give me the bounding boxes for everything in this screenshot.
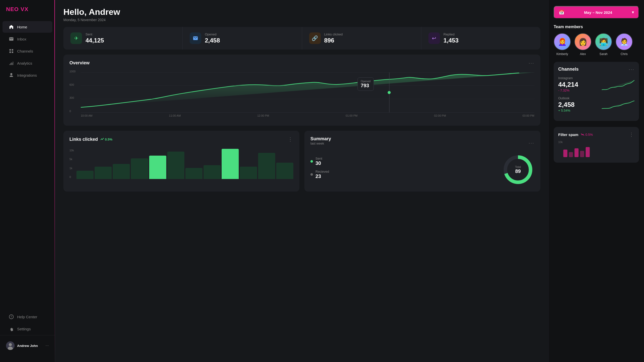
- donut-chart: Total 89: [502, 153, 534, 186]
- logo-vx: VX: [21, 6, 28, 12]
- sidebar-item-settings[interactable]: Settings: [3, 323, 52, 335]
- chevron-down-icon: ▾: [632, 10, 634, 15]
- summary-title: Summary: [310, 136, 331, 142]
- outlook-row: Outlook 2,458 + 5.54%: [558, 96, 634, 112]
- svg-text:?: ?: [11, 315, 12, 318]
- sent-info: Sent 44,125: [86, 32, 104, 44]
- replied-info: Replied 1,453: [444, 32, 459, 44]
- summary-received: Recieved 23: [310, 170, 497, 179]
- inbox-label: Inbox: [17, 37, 26, 41]
- opened-info: Opened 2,458: [205, 32, 220, 44]
- team-section-title: Team members: [554, 25, 639, 29]
- sidebar-item-integrations[interactable]: Integrations: [3, 69, 52, 81]
- user-menu-dots[interactable]: ···: [46, 343, 49, 348]
- svg-rect-12: [569, 152, 573, 157]
- date-range-button[interactable]: 📅 May – Nov 2024 ▾: [554, 6, 639, 19]
- bar-item: [95, 167, 112, 179]
- user-section: Andrew John ···: [0, 335, 55, 356]
- member-alex[interactable]: 👩 Alex: [574, 33, 591, 56]
- chart-svg: [81, 72, 534, 112]
- help-icon: ?: [9, 314, 14, 320]
- channels-label: Channels: [17, 49, 33, 53]
- date-range-label: May – Nov 2024: [584, 10, 612, 15]
- overview-menu[interactable]: ···: [529, 60, 534, 66]
- bar-item: [222, 149, 239, 179]
- logo: NEO VX: [0, 6, 55, 21]
- help-label: Help Center: [17, 315, 37, 319]
- outlook-value: 2,458: [558, 101, 575, 109]
- nav-bottom-section: ? Help Center Settings: [0, 310, 55, 335]
- outlook-name: Outlook: [558, 96, 575, 100]
- spam-menu[interactable]: ⋮: [629, 131, 634, 138]
- alex-name: Alex: [580, 52, 586, 56]
- instagram-name: Instagram: [558, 76, 578, 80]
- user-avatar: [6, 341, 15, 350]
- team-members-section: Team members 👩‍🦰 Kimberly 👩 Alex 👩‍💻 Sar…: [554, 25, 639, 56]
- summary-received-info: Recieved 23: [315, 170, 329, 179]
- kimberly-avatar: 👩‍🦰: [554, 33, 571, 50]
- links-icon: 🔗: [309, 32, 321, 44]
- summary-card: Summary last week ··· Sent 30: [304, 131, 540, 192]
- spam-trend: 0.5%: [581, 133, 593, 137]
- outlook-chart: [602, 100, 634, 112]
- spam-y-label: 10k: [558, 141, 634, 144]
- sent-dot: [310, 160, 313, 163]
- bar-item: [185, 168, 203, 179]
- bar-item: [258, 153, 275, 179]
- analytics-icon: [9, 60, 14, 66]
- overview-header: Overview ···: [69, 60, 534, 66]
- summary-menu[interactable]: ···: [529, 140, 534, 146]
- nav-section: Home Inbox Channels Analytics: [0, 21, 55, 310]
- member-kimberly[interactable]: 👩‍🦰 Kimberly: [554, 33, 571, 56]
- page-header: Hello, Andrew Monday, 5 November 2024: [55, 0, 548, 27]
- member-sarah[interactable]: 👩‍💻 Sarah: [595, 33, 612, 56]
- logo-neo: NEO: [6, 6, 19, 12]
- summary-content: Sent 30 Recieved 23: [310, 153, 534, 186]
- spam-title: Filter spam: [558, 132, 578, 137]
- summary-stats: Sent 30 Recieved 23: [310, 157, 497, 183]
- overview-chart: 1000 600 300 0: [69, 70, 534, 120]
- home-label: Home: [17, 25, 27, 29]
- integrations-icon: [9, 72, 14, 78]
- sidebar-item-home[interactable]: Home: [3, 21, 52, 33]
- svg-rect-11: [563, 150, 567, 157]
- instagram-change: - 7.32%: [558, 88, 578, 92]
- sidebar-item-help[interactable]: ? Help Center: [3, 311, 52, 323]
- member-chris[interactable]: 🧑‍💼 Chris: [616, 33, 633, 56]
- inbox-icon: [9, 36, 14, 42]
- sidebar-item-analytics[interactable]: Analytics: [3, 57, 52, 69]
- channel-instagram: Instagram 44,214 - 7.32%: [558, 76, 634, 92]
- instagram-row: Instagram 44,214 - 7.32%: [558, 76, 634, 92]
- links-menu[interactable]: ⋮: [288, 136, 293, 142]
- sent-value: 44,125: [86, 37, 104, 44]
- main-scroll: ✈ Sent 44,125 Opened 2,458 🔗 Links clic: [55, 27, 548, 362]
- channels-menu[interactable]: ···: [629, 66, 634, 72]
- settings-label: Settings: [17, 327, 31, 331]
- summary-header: Summary last week ···: [310, 136, 534, 149]
- bar-item: [204, 165, 221, 179]
- bar-item: [276, 163, 293, 179]
- outlook-info: Outlook 2,458 + 5.54%: [558, 96, 575, 112]
- links-info: Links clicked 896: [324, 32, 343, 44]
- chris-avatar: 🧑‍💼: [616, 33, 633, 50]
- links-card: Links clicked 0.5% ⋮ 10k 5k 1k 0: [63, 131, 299, 192]
- sidebar-item-channels[interactable]: Channels: [3, 45, 52, 57]
- spam-title-row: Filter spam 0.5%: [558, 132, 593, 137]
- right-panel: 📅 May – Nov 2024 ▾ Team members 👩‍🦰 Kimb…: [548, 0, 644, 362]
- instagram-chart: [602, 80, 634, 92]
- greeting-title: Hello, Andrew: [63, 7, 540, 17]
- svg-rect-13: [575, 148, 579, 157]
- sidebar-item-inbox[interactable]: Inbox: [3, 33, 52, 45]
- overview-card: Overview ··· 1000 600 300 0: [63, 55, 540, 126]
- main-content: Hello, Andrew Monday, 5 November 2024 ✈ …: [55, 0, 548, 362]
- svg-rect-15: [586, 147, 590, 157]
- grid-line-1000: [81, 72, 534, 73]
- stat-links: 🔗 Links clicked 896: [302, 27, 421, 50]
- bar-item: [240, 167, 257, 179]
- svg-rect-14: [580, 151, 584, 157]
- bottom-grid: Links clicked 0.5% ⋮ 10k 5k 1k 0: [63, 131, 540, 192]
- user-profile[interactable]: Andrew John ···: [3, 339, 52, 352]
- bar-item: [76, 171, 94, 179]
- date-subtitle: Monday, 5 November 2024: [63, 18, 540, 22]
- svg-rect-3: [12, 52, 13, 53]
